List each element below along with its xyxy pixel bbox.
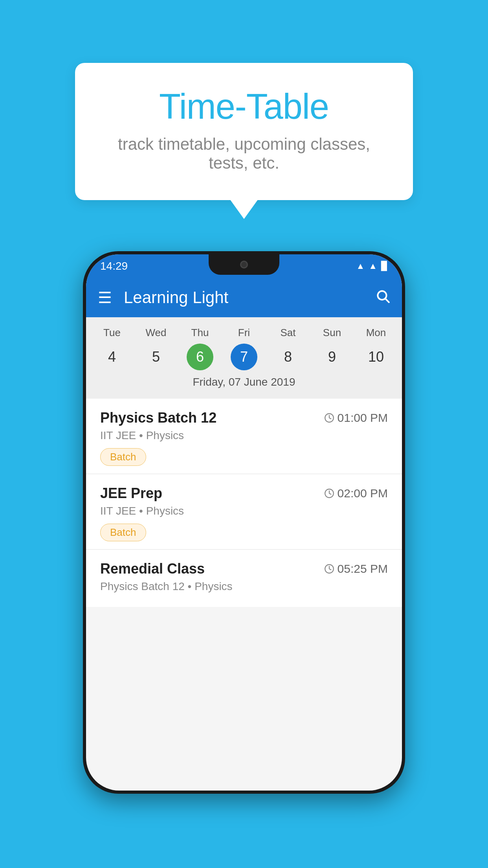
class-list: Physics Batch 12 01:00 PM IIT JEE • Phys… bbox=[86, 399, 402, 607]
class-item-2[interactable]: JEE Prep 02:00 PM IIT JEE • Physics Batc… bbox=[86, 474, 402, 550]
class-item-3[interactable]: Remedial Class 05:25 PM Physics Batch 12… bbox=[86, 550, 402, 607]
day-10[interactable]: 10 bbox=[363, 344, 389, 370]
class-item-3-header: Remedial Class 05:25 PM bbox=[100, 561, 388, 577]
status-icons: ▲ ▲ ▉ bbox=[356, 261, 388, 271]
menu-icon[interactable]: ☰ bbox=[98, 289, 112, 307]
class-item-1-header: Physics Batch 12 01:00 PM bbox=[100, 410, 388, 426]
day-numbers: 4 5 6 7 8 9 10 bbox=[90, 344, 398, 370]
batch-badge-2: Batch bbox=[100, 524, 146, 541]
day-header-sun: Sun bbox=[310, 325, 354, 340]
battery-icon: ▉ bbox=[381, 261, 388, 271]
phone-frame: 14:29 ▲ ▲ ▉ ☰ Learning Light bbox=[83, 251, 405, 794]
class-item-1[interactable]: Physics Batch 12 01:00 PM IIT JEE • Phys… bbox=[86, 399, 402, 474]
calendar-strip: Tue Wed Thu Fri Sat Sun Mon 4 5 6 7 8 9 … bbox=[86, 317, 402, 399]
day-header-mon: Mon bbox=[354, 325, 398, 340]
day-7-selected[interactable]: 7 bbox=[231, 344, 257, 370]
day-header-sat: Sat bbox=[266, 325, 310, 340]
camera bbox=[240, 261, 248, 268]
speech-bubble: Time-Table track timetable, upcoming cla… bbox=[75, 63, 413, 200]
day-header-tue: Tue bbox=[90, 325, 134, 340]
class-subtitle-3: Physics Batch 12 • Physics bbox=[100, 580, 388, 593]
phone-screen: 14:29 ▲ ▲ ▉ ☰ Learning Light bbox=[86, 254, 402, 791]
search-icon[interactable] bbox=[375, 289, 390, 307]
day-header-thu: Thu bbox=[178, 325, 222, 340]
day-4[interactable]: 4 bbox=[99, 344, 125, 370]
class-time-2: 02:00 PM bbox=[324, 487, 388, 500]
day-5[interactable]: 5 bbox=[143, 344, 169, 370]
day-8[interactable]: 8 bbox=[275, 344, 301, 370]
class-name-2: JEE Prep bbox=[100, 485, 162, 502]
class-time-1: 01:00 PM bbox=[324, 411, 388, 425]
bubble-subtitle: track timetable, upcoming classes, tests… bbox=[106, 135, 382, 173]
bubble-title: Time-Table bbox=[106, 86, 382, 127]
class-subtitle-2: IIT JEE • Physics bbox=[100, 505, 388, 517]
wifi-icon: ▲ bbox=[356, 261, 365, 271]
day-header-fri: Fri bbox=[222, 325, 266, 340]
batch-badge-1: Batch bbox=[100, 448, 146, 466]
day-headers: Tue Wed Thu Fri Sat Sun Mon bbox=[90, 325, 398, 340]
class-item-2-header: JEE Prep 02:00 PM bbox=[100, 485, 388, 502]
selected-date: Friday, 07 June 2019 bbox=[90, 370, 398, 395]
app-bar: ☰ Learning Light bbox=[86, 278, 402, 317]
phone-notch bbox=[209, 254, 279, 275]
phone-mockup: 14:29 ▲ ▲ ▉ ☰ Learning Light bbox=[83, 251, 405, 794]
status-time: 14:29 bbox=[100, 260, 128, 272]
day-9[interactable]: 9 bbox=[319, 344, 345, 370]
svg-line-1 bbox=[385, 299, 389, 302]
class-name-1: Physics Batch 12 bbox=[100, 410, 216, 426]
class-name-3: Remedial Class bbox=[100, 561, 205, 577]
day-6-today[interactable]: 6 bbox=[187, 344, 213, 370]
day-header-wed: Wed bbox=[134, 325, 178, 340]
app-title: Learning Light bbox=[124, 288, 363, 307]
signal-icon: ▲ bbox=[369, 261, 377, 271]
class-subtitle-1: IIT JEE • Physics bbox=[100, 429, 388, 442]
class-time-3: 05:25 PM bbox=[324, 562, 388, 576]
